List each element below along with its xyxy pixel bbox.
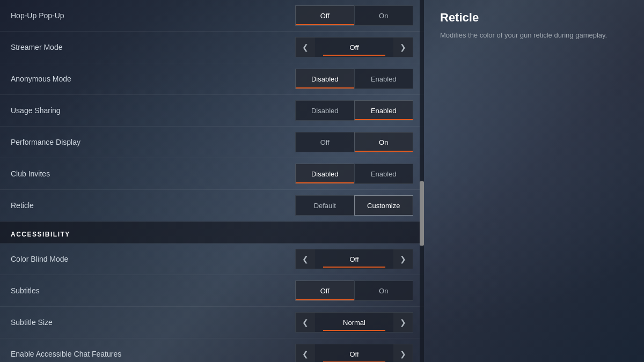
color-blind-mode-control: ❮ Off ❯: [295, 249, 413, 269]
subtitles-control: Off On: [295, 280, 413, 301]
accessible-chat-next-btn[interactable]: ❯: [393, 344, 413, 362]
setting-row-streamer-mode: Streamer Mode ❮ Off ❯: [0, 32, 424, 63]
streamer-mode-control: ❮ Off ❯: [295, 37, 413, 57]
club-invites-control: Disabled Enabled: [295, 164, 413, 184]
streamer-mode-value: Off: [315, 43, 393, 51]
club-invites-disabled-btn[interactable]: Disabled: [295, 164, 354, 184]
subtitles-on-btn[interactable]: On: [354, 280, 414, 301]
usage-sharing-control: Disabled Enabled: [295, 100, 413, 121]
settings-panel: Hop-Up Pop-Up Off On Streamer Mode ❮ Off…: [0, 0, 424, 362]
setting-row-accessible-chat: Enable Accessible Chat Features ❮ Off ❯: [0, 338, 424, 362]
anonymous-mode-enabled-btn[interactable]: Enabled: [354, 69, 414, 89]
club-invites-label: Club Invites: [11, 169, 295, 178]
usage-sharing-enabled-btn[interactable]: Enabled: [354, 100, 414, 121]
anonymous-mode-disabled-btn[interactable]: Disabled: [295, 69, 354, 89]
scrollbar-track[interactable]: [420, 0, 424, 362]
reticle-label: Reticle: [11, 201, 295, 210]
setting-row-hop-up-popup: Hop-Up Pop-Up Off On: [0, 0, 424, 32]
subtitles-label: Subtitles: [11, 286, 295, 295]
hop-up-popup-off-btn[interactable]: Off: [295, 5, 354, 26]
setting-row-color-blind-mode: Color Blind Mode ❮ Off ❯: [0, 243, 424, 275]
performance-display-label: Performance Display: [11, 138, 295, 146]
performance-display-control: Off On: [295, 132, 413, 152]
color-blind-mode-value: Off: [315, 255, 393, 263]
color-blind-mode-prev-btn[interactable]: ❮: [296, 249, 315, 269]
accessible-chat-label: Enable Accessible Chat Features: [11, 350, 295, 358]
anonymous-mode-label: Anonymous Mode: [11, 75, 295, 83]
subtitle-size-control: ❮ Normal ❯: [295, 312, 413, 333]
anonymous-mode-control: Disabled Enabled: [295, 69, 413, 89]
info-panel: Reticle Modifies the color of your gun r…: [424, 0, 644, 362]
usage-sharing-disabled-btn[interactable]: Disabled: [295, 100, 354, 121]
setting-row-usage-sharing: Usage Sharing Disabled Enabled: [0, 95, 424, 127]
setting-row-subtitle-size: Subtitle Size ❮ Normal ❯: [0, 307, 424, 338]
usage-sharing-label: Usage Sharing: [11, 106, 295, 115]
setting-row-performance-display: Performance Display Off On: [0, 127, 424, 158]
club-invites-enabled-btn[interactable]: Enabled: [354, 164, 414, 184]
hop-up-popup-label: Hop-Up Pop-Up: [11, 11, 295, 20]
hop-up-popup-on-btn[interactable]: On: [354, 5, 414, 26]
setting-row-anonymous-mode: Anonymous Mode Disabled Enabled: [0, 63, 424, 95]
section-header-accessibility-text: ACCESSIBILITY: [11, 231, 70, 238]
reticle-customize-btn[interactable]: Customize: [354, 195, 414, 216]
performance-display-on-btn[interactable]: On: [354, 132, 414, 152]
subtitle-size-value: Normal: [315, 319, 393, 327]
accessible-chat-prev-btn[interactable]: ❮: [296, 344, 315, 362]
subtitles-off-btn[interactable]: Off: [295, 280, 354, 301]
settings-list: Hop-Up Pop-Up Off On Streamer Mode ❮ Off…: [0, 0, 424, 362]
reticle-default-btn[interactable]: Default: [295, 195, 354, 216]
hop-up-popup-control: Off On: [295, 5, 413, 26]
scrollbar-thumb[interactable]: [420, 181, 424, 246]
setting-row-reticle: Reticle Default Customize: [0, 190, 424, 221]
streamer-mode-prev-btn[interactable]: ❮: [296, 38, 315, 57]
main-container: Hop-Up Pop-Up Off On Streamer Mode ❮ Off…: [0, 0, 644, 362]
setting-row-subtitles: Subtitles Off On: [0, 275, 424, 307]
streamer-mode-next-btn[interactable]: ❯: [393, 38, 413, 57]
streamer-mode-label: Streamer Mode: [11, 43, 295, 51]
accessible-chat-value: Off: [315, 350, 393, 358]
color-blind-mode-next-btn[interactable]: ❯: [393, 249, 413, 269]
reticle-control: Default Customize: [295, 195, 413, 216]
info-title: Reticle: [440, 11, 628, 25]
info-description: Modifies the color of your gun reticle d…: [440, 30, 628, 41]
section-header-accessibility: ACCESSIBILITY: [0, 221, 424, 243]
subtitle-size-next-btn[interactable]: ❯: [393, 313, 413, 332]
performance-display-off-btn[interactable]: Off: [295, 132, 354, 152]
subtitle-size-prev-btn[interactable]: ❮: [296, 313, 315, 332]
accessible-chat-control: ❮ Off ❯: [295, 344, 413, 362]
color-blind-mode-label: Color Blind Mode: [11, 255, 295, 263]
subtitle-size-label: Subtitle Size: [11, 318, 295, 327]
setting-row-club-invites: Club Invites Disabled Enabled: [0, 158, 424, 190]
